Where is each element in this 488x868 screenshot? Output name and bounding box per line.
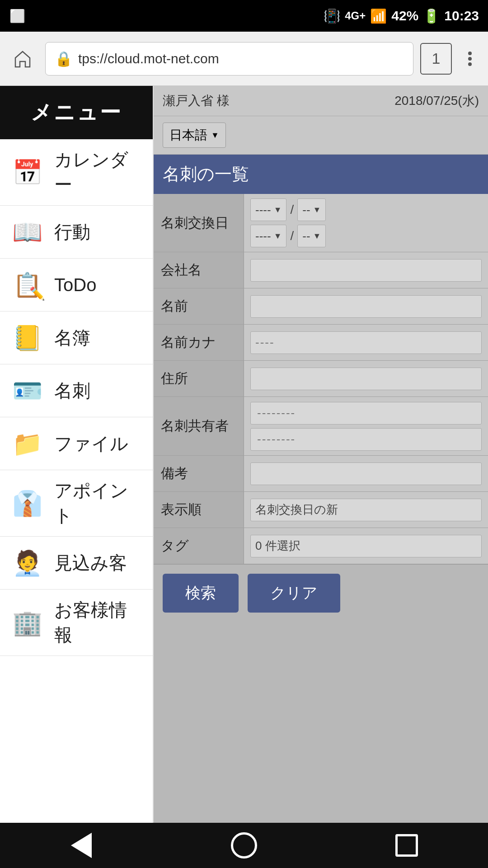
tab-button[interactable]: 1: [420, 43, 452, 75]
clear-button[interactable]: クリア: [248, 574, 340, 613]
date-row-2: ---- ▼ / -- ▼: [250, 225, 482, 247]
month-select-2-arrow: ▼: [313, 231, 321, 241]
field-address[interactable]: [244, 361, 488, 396]
prospect-icon: 🧑‍💼: [9, 545, 45, 581]
label-name: 名前: [154, 288, 244, 324]
month-select-1[interactable]: -- ▼: [297, 198, 326, 221]
address-input[interactable]: [250, 368, 482, 390]
sidebar-label-customer: お客様情報: [54, 598, 144, 647]
sidebar-label-calendar: カレンダー: [54, 147, 144, 197]
field-sort-order[interactable]: 名刺交換日の新: [244, 492, 488, 528]
field-company[interactable]: [244, 252, 488, 288]
sidebar-label-appoint: アポイント: [54, 478, 144, 528]
sort-order-select[interactable]: 名刺交換日の新: [250, 499, 482, 521]
signal-icon: 4G+: [345, 9, 366, 22]
year-select-1-arrow: ▼: [274, 205, 282, 215]
right-panel: 瀬戸入省 様 2018/07/25(水) 日本語 ▼ 名刺の一覧 名刺交換日: [154, 86, 488, 823]
label-exchange-date: 名刺交換日: [154, 194, 244, 252]
language-value: 日本語: [169, 127, 207, 144]
tags-value: 0 件選択: [255, 538, 300, 554]
shared-users-container: -------- --------: [250, 402, 482, 451]
top-info-bar: 瀬戸入省 様 2018/07/25(水): [154, 86, 488, 116]
tags-select[interactable]: 0 件選択: [250, 535, 482, 557]
sidebar-item-contacts[interactable]: 📒 名簿: [0, 311, 153, 364]
todo-icon: 📋 ✏️: [9, 267, 45, 303]
shared-user-1[interactable]: --------: [250, 402, 482, 425]
menu-dot-1: [468, 52, 472, 55]
month-select-1-arrow: ▼: [313, 205, 321, 215]
label-shared-users: 名刺共有者: [154, 397, 244, 455]
time: 10:23: [444, 8, 479, 24]
search-button[interactable]: 検索: [163, 574, 239, 613]
lang-bar: 日本語 ▼: [154, 116, 488, 155]
label-notes: 備考: [154, 456, 244, 491]
sidebar-item-files[interactable]: 📁 ファイル: [0, 417, 153, 470]
url-text: tps://cloud.mot-net.com: [78, 51, 219, 66]
lock-icon: 🔒: [55, 50, 73, 67]
home-button-nav[interactable]: [226, 827, 262, 863]
vibrate-icon: 📳: [324, 8, 340, 24]
sidebar-label-files: ファイル: [54, 431, 128, 456]
company-input[interactable]: [250, 259, 482, 282]
browser-menu-button[interactable]: [459, 43, 481, 75]
date-sep-1: /: [290, 203, 294, 217]
main-content: メニュー 📅 カレンダー 📖 行動 📋 ✏️ ToDo 📒 名簿 🪪 名刺 📁: [0, 86, 488, 823]
field-tags[interactable]: 0 件選択: [244, 528, 488, 564]
screenshot-icon: ⬜: [9, 8, 25, 24]
recents-icon: [395, 834, 418, 857]
form-row-shared-users: 名刺共有者 -------- --------: [154, 397, 488, 456]
back-icon: [71, 833, 92, 858]
action-icon: 📖: [9, 214, 45, 250]
label-sort-order: 表示順: [154, 492, 244, 528]
calendar-icon: 📅: [9, 154, 45, 190]
form-row-company: 会社名: [154, 252, 488, 288]
label-tags: タグ: [154, 528, 244, 564]
year-select-1[interactable]: ---- ▼: [250, 198, 286, 221]
meishi-icon: 🪪: [9, 373, 45, 409]
year-select-2[interactable]: ---- ▼: [250, 225, 286, 247]
form-row-tags: タグ 0 件選択: [154, 528, 488, 564]
menu-dot-3: [468, 62, 472, 66]
battery-icon: 🔋: [423, 8, 440, 24]
home-button[interactable]: [7, 43, 38, 75]
form-row-name-kana: 名前カナ ----: [154, 325, 488, 361]
recents-button[interactable]: [389, 827, 425, 863]
sidebar-item-meishi[interactable]: 🪪 名刺: [0, 364, 153, 417]
form-area: 名刺交換日 ---- ▼ / -- ▼: [154, 194, 488, 823]
field-notes[interactable]: [244, 456, 488, 491]
field-name-kana[interactable]: ----: [244, 325, 488, 360]
sidebar-label-prospect: 見込み客: [54, 551, 127, 576]
name-input[interactable]: [250, 295, 482, 318]
sidebar-item-appoint[interactable]: 👔 アポイント: [0, 470, 153, 537]
sidebar-item-calendar[interactable]: 📅 カレンダー: [0, 139, 153, 206]
files-icon: 📁: [9, 425, 45, 462]
status-bar: ⬜ 📳 4G+ 📶 42% 🔋 10:23: [0, 0, 488, 32]
section-title: 名刺の一覧: [154, 155, 488, 194]
sidebar-item-customer[interactable]: 🏢 お客様情報: [0, 590, 153, 656]
year-select-2-arrow: ▼: [274, 231, 282, 241]
label-name-kana: 名前カナ: [154, 325, 244, 360]
sidebar-item-action[interactable]: 📖 行動: [0, 206, 153, 259]
shared-user-2[interactable]: --------: [250, 428, 482, 451]
field-exchange-date: ---- ▼ / -- ▼ ---- ▼: [244, 194, 488, 252]
network-bars: 📶: [370, 8, 387, 24]
back-button[interactable]: [63, 827, 99, 863]
status-bar-left: ⬜: [9, 8, 25, 24]
action-bar: 検索 クリア: [154, 564, 488, 622]
date-row-1: ---- ▼ / -- ▼: [250, 198, 482, 221]
field-name[interactable]: [244, 288, 488, 324]
language-selector[interactable]: 日本語 ▼: [163, 123, 226, 148]
name-kana-input[interactable]: ----: [250, 331, 482, 354]
form-row-address: 住所: [154, 361, 488, 397]
status-bar-right: 📳 4G+ 📶 42% 🔋 10:23: [324, 8, 479, 24]
sidebar-label-todo: ToDo: [54, 275, 96, 295]
month-select-2[interactable]: -- ▼: [297, 225, 326, 247]
sidebar: メニュー 📅 カレンダー 📖 行動 📋 ✏️ ToDo 📒 名簿 🪪 名刺 📁: [0, 86, 154, 823]
sidebar-item-todo[interactable]: 📋 ✏️ ToDo: [0, 259, 153, 311]
sidebar-item-prospect[interactable]: 🧑‍💼 見込み客: [0, 537, 153, 590]
sidebar-header: メニュー: [0, 86, 153, 139]
form-row-sort-order: 表示順 名刺交換日の新: [154, 492, 488, 528]
address-bar[interactable]: 🔒 tps://cloud.mot-net.com: [45, 42, 413, 75]
notes-input[interactable]: [250, 462, 482, 485]
bottom-nav: [0, 823, 488, 868]
